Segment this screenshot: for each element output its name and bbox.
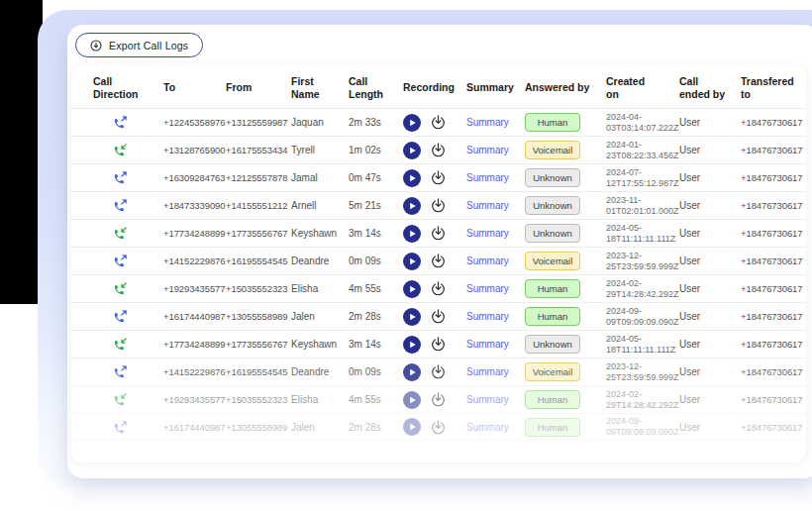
transfered-to-cell: +18476730617 — [741, 339, 806, 350]
summary-link[interactable]: Summary — [466, 256, 509, 266]
download-recording-button[interactable] — [430, 225, 447, 242]
download-recording-button[interactable] — [430, 253, 447, 269]
call-direction-cell — [93, 392, 163, 407]
answered-by-cell: Voicemail — [525, 362, 606, 381]
call-logs-table-card: Call DirectionToFromFirst NameCall Lengt… — [71, 66, 806, 462]
transfered-to-cell: +18476730617 — [741, 422, 806, 433]
summary-link[interactable]: Summary — [466, 283, 509, 294]
call-ended-by-cell: User — [679, 172, 741, 183]
call-length-cell: 3m 14s — [349, 228, 403, 239]
column-header-summary: Summary — [466, 81, 525, 94]
download-recording-button[interactable] — [430, 336, 447, 353]
call-length-cell: 0m 47s — [349, 172, 403, 183]
summary-cell: Summary — [466, 394, 525, 405]
summary-link[interactable]: Summary — [466, 172, 509, 183]
from-cell: +17735556767 — [226, 228, 291, 239]
phone-incoming-icon — [113, 392, 128, 407]
summary-link[interactable]: Summary — [466, 200, 509, 211]
phone-outgoing-icon — [113, 364, 128, 379]
export-button-label: Export Call Logs — [109, 40, 188, 51]
answered-by-badge: Unknown — [525, 168, 580, 187]
answered-by-badge: Unknown — [525, 196, 580, 215]
first-name-cell: Tyrell — [291, 145, 349, 155]
summary-link[interactable]: Summary — [466, 117, 509, 128]
play-recording-button[interactable] — [403, 253, 421, 270]
summary-link[interactable]: Summary — [466, 339, 509, 350]
summary-link[interactable]: Summary — [466, 145, 509, 155]
call-length-cell: 3m 14s — [349, 339, 403, 350]
table-row: +12245358976+13125559987Jaquan2m 33sSumm… — [71, 108, 806, 136]
call-ended-by-cell: User — [679, 256, 741, 266]
answered-by-cell: Unknown — [525, 335, 606, 354]
play-recording-button[interactable] — [403, 363, 421, 381]
from-cell: +16195554545 — [226, 256, 291, 266]
answered-by-badge: Human — [525, 113, 580, 132]
play-recording-button[interactable] — [403, 114, 421, 132]
table-row: +17734248899+17735556767Keyshawn3m 14sSu… — [71, 219, 806, 247]
call-ended-by-cell: User — [679, 228, 741, 239]
summary-link[interactable]: Summary — [466, 228, 509, 239]
phone-incoming-icon — [113, 337, 128, 352]
from-cell: +13125559987 — [226, 117, 291, 128]
play-circle-icon — [403, 286, 421, 301]
answered-by-badge: Human — [525, 307, 580, 326]
phone-outgoing-icon — [113, 309, 128, 324]
call-direction-cell — [93, 143, 163, 157]
call-length-cell: 4m 55s — [349, 283, 403, 294]
play-recording-button[interactable] — [403, 225, 421, 243]
play-recording-button[interactable] — [403, 197, 421, 215]
created-on-cell: 2024-04-03T03:14:07.222Z — [606, 112, 679, 134]
answered-by-cell: Human — [525, 279, 606, 298]
phone-outgoing-icon — [113, 115, 128, 130]
call-direction-cell — [93, 364, 163, 379]
to-cell: +19293435577 — [163, 283, 226, 294]
to-cell: +16174440987 — [163, 422, 226, 433]
summary-cell: Summary — [466, 339, 525, 350]
summary-cell: Summary — [466, 366, 525, 377]
created-on-cell: 2024-07-12T17:55:12.987Z — [606, 167, 679, 189]
play-recording-button[interactable] — [403, 169, 421, 187]
download-recording-button[interactable] — [430, 363, 447, 380]
answered-by-cell: Unknown — [525, 224, 606, 243]
play-recording-button[interactable] — [403, 308, 421, 326]
download-recording-button[interactable] — [430, 308, 447, 325]
call-ended-by-cell: User — [679, 117, 741, 128]
recording-cell — [403, 391, 466, 409]
download-arrow-icon — [430, 341, 447, 356]
download-recording-button[interactable] — [430, 280, 447, 297]
play-circle-icon — [403, 120, 421, 135]
table-row: +14152229876+16195554545Deandre0m 09sSum… — [71, 247, 806, 274]
download-recording-button[interactable] — [430, 114, 447, 131]
answered-by-cell: Voicemail — [525, 141, 606, 159]
from-cell: +15035552323 — [226, 394, 291, 405]
answered-by-badge: Human — [525, 279, 580, 298]
play-recording-button[interactable] — [403, 280, 421, 298]
play-recording-button[interactable] — [403, 142, 421, 159]
download-recording-button[interactable] — [430, 391, 447, 408]
answered-by-badge: Voicemail — [525, 362, 580, 381]
summary-link[interactable]: Summary — [466, 394, 509, 405]
call-direction-cell — [93, 198, 163, 213]
transfered-to-cell: +18476730617 — [741, 256, 806, 266]
summary-cell: Summary — [466, 117, 525, 128]
to-cell: +16309284763 — [163, 172, 226, 183]
summary-link[interactable]: Summary — [466, 366, 509, 377]
download-recording-button[interactable] — [430, 197, 447, 214]
play-recording-button[interactable] — [403, 391, 421, 409]
play-recording-button[interactable] — [403, 418, 421, 436]
phone-incoming-icon — [113, 226, 128, 241]
call-length-cell: 5m 21s — [349, 200, 403, 211]
call-logs-panel: Export Call Logs Call DirectionToFromFir… — [67, 25, 812, 478]
export-call-logs-button[interactable]: Export Call Logs — [75, 33, 203, 57]
download-recording-button[interactable] — [430, 419, 447, 436]
download-recording-button[interactable] — [430, 142, 447, 158]
download-recording-button[interactable] — [430, 169, 447, 186]
call-direction-cell — [93, 337, 163, 352]
recording-cell — [403, 308, 466, 326]
column-header-first-name: First Name — [291, 75, 349, 100]
summary-link[interactable]: Summary — [466, 311, 509, 322]
play-recording-button[interactable] — [403, 336, 421, 354]
column-header-answered-by: Answered by — [525, 81, 606, 94]
summary-link[interactable]: Summary — [466, 422, 509, 433]
table-row: +16309284763+12125557878Jamal0m 47sSumma… — [71, 163, 806, 191]
